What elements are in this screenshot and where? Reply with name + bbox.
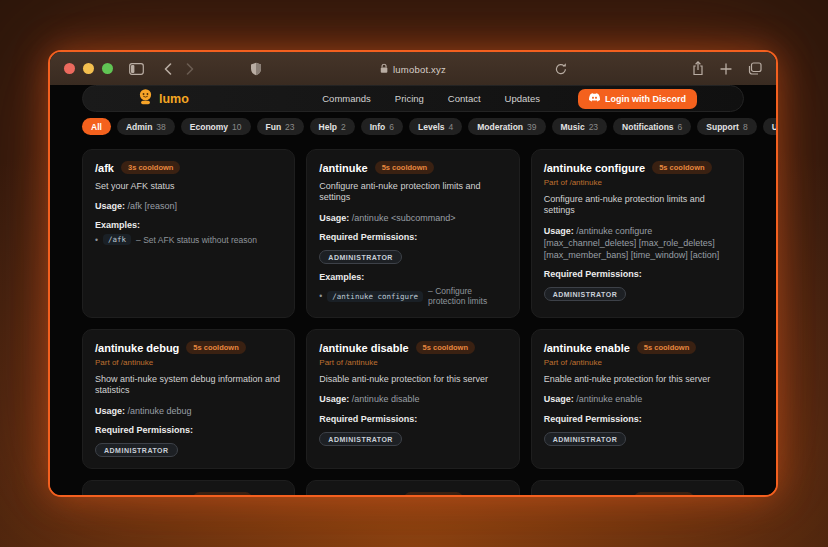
permission-badge: ADMINISTRATOR (95, 443, 178, 457)
sidebar-icon[interactable] (129, 63, 144, 75)
command-card: /antinuke enable 5s cooldown Part of /an… (531, 329, 744, 469)
filter-count: 8 (743, 122, 748, 132)
part-of-label: Part of /antinuke (544, 358, 731, 367)
example-item: • /afk – Set AFK status without reason (95, 234, 282, 245)
filter-label: Admin (126, 122, 152, 132)
usage-label: Usage: (319, 394, 349, 404)
back-icon[interactable] (164, 63, 172, 75)
filter-pill[interactable]: Levels 4 (409, 118, 462, 135)
required-permissions: Required Permissions: ADMINISTRATOR (319, 232, 506, 265)
command-name: /antinuke debug (95, 342, 179, 354)
filter-count: 4 (449, 122, 454, 132)
permissions-label: Required Permissions: (95, 425, 282, 435)
command-card: /antinuke status 5s cooldown Part of /an… (531, 480, 744, 495)
example-code: /afk (103, 234, 131, 245)
required-permissions: Required Permissions: ADMINISTRATOR (319, 414, 506, 447)
command-card-header: /antinuke enable 5s cooldown (544, 341, 731, 354)
lumo-mascot-icon (137, 88, 154, 109)
filter-count: 23 (589, 122, 598, 132)
command-card-header: /antinuke disable 5s cooldown (319, 341, 506, 354)
command-card: /antinuke 5s cooldown Configure anti-nuk… (306, 149, 519, 318)
login-with-discord-button[interactable]: Login with Discord (578, 89, 697, 109)
usage-value: /antinuke disable (352, 394, 420, 404)
forward-icon[interactable] (186, 63, 194, 75)
permission-badge: ADMINISTRATOR (544, 432, 627, 446)
filter-pill[interactable]: Help 2 (310, 118, 355, 135)
part-of-label: Part of /antinuke (544, 178, 731, 187)
command-card-header: /antinuke status 5s cooldown (544, 492, 731, 495)
filter-label: Help (319, 122, 337, 132)
permissions-label: Required Permissions: (319, 414, 506, 424)
window-controls (64, 63, 113, 74)
discord-icon (589, 93, 600, 104)
permission-badge: ADMINISTRATOR (544, 287, 627, 301)
nav-link-contact[interactable]: Contact (448, 93, 481, 104)
filter-pill[interactable]: Notifications 6 (613, 118, 691, 135)
reload-icon[interactable] (555, 62, 567, 75)
usage-value: /afk [reason] (128, 201, 178, 211)
brand[interactable]: lumo (137, 88, 189, 109)
command-usage: Usage: /antinuke enable (544, 393, 731, 405)
filter-pill[interactable]: Support 8 (697, 118, 756, 135)
command-name: /antinuke (319, 162, 367, 174)
filter-count: 38 (156, 122, 165, 132)
command-name: /antinuke enable (544, 342, 630, 354)
filter-pill[interactable]: Utility 43 (763, 118, 776, 135)
address-bar[interactable]: lumobot.xyz (380, 63, 446, 74)
filter-label: Notifications (622, 122, 673, 132)
permission-badge: ADMINISTRATOR (319, 250, 402, 264)
usage-label: Usage: (544, 226, 574, 236)
command-card: /antinuke disable 5s cooldown Part of /a… (306, 329, 519, 469)
filter-count: 6 (678, 122, 683, 132)
filter-label: Music (561, 122, 585, 132)
required-permissions: Required Permissions: ADMINISTRATOR (544, 414, 731, 447)
nav-link-updates[interactable]: Updates (505, 93, 540, 104)
filter-pill[interactable]: Music 23 (552, 118, 608, 135)
usage-value: /antinuke enable (576, 394, 642, 404)
filter-count: 2 (341, 122, 346, 132)
url-text: lumobot.xyz (393, 63, 446, 74)
command-card: /antinuke configure 5s cooldown Part of … (531, 149, 744, 318)
shield-icon[interactable] (250, 62, 262, 76)
command-description: Set your AFK status (95, 181, 282, 192)
filter-pill[interactable]: Moderation 39 (468, 118, 545, 135)
filter-pill[interactable]: All (82, 118, 111, 135)
filter-label: Support (706, 122, 739, 132)
filter-bar: All Admin 38 Economy 10 Fun 23 Help 2 In… (82, 118, 744, 135)
page-content: lumo Commands Pricing Contact Updates Lo… (50, 85, 776, 495)
filter-pill[interactable]: Admin 38 (117, 118, 175, 135)
filter-count: 23 (285, 122, 294, 132)
filter-count: 39 (527, 122, 536, 132)
permissions-label: Required Permissions: (319, 232, 506, 242)
command-name: /antinuke disable (319, 342, 408, 354)
filter-pill[interactable]: Economy 10 (181, 118, 251, 135)
command-card-header: /antinuke logging 5s cooldown (95, 492, 282, 495)
filter-pill[interactable]: Info 6 (361, 118, 403, 135)
zoom-window-button[interactable] (102, 63, 113, 74)
close-window-button[interactable] (64, 63, 75, 74)
nav-link-pricing[interactable]: Pricing (395, 93, 424, 104)
command-usage: Usage: /antinuke configure [max_channel_… (544, 225, 731, 261)
usage-label: Usage: (95, 406, 125, 416)
cooldown-badge: 5s cooldown (186, 341, 245, 354)
nav-link-commands[interactable]: Commands (322, 93, 371, 104)
tab-overview-icon[interactable] (748, 62, 762, 75)
lock-icon (380, 64, 388, 74)
command-description: Show anti-nuke system debug information … (95, 374, 282, 397)
filter-label: Moderation (477, 122, 523, 132)
cooldown-badge: 3s cooldown (121, 161, 180, 174)
share-icon[interactable] (692, 61, 704, 76)
new-tab-icon[interactable] (720, 63, 732, 75)
required-permissions: Required Permissions: ADMINISTRATOR (544, 269, 731, 302)
command-description: Enable anti-nuke protection for this ser… (544, 374, 731, 385)
minimize-window-button[interactable] (83, 63, 94, 74)
titlebar-right-actions (692, 61, 762, 76)
examples-label: Examples: (95, 220, 282, 230)
browser-titlebar: lumobot.xyz (50, 52, 776, 85)
browser-window: lumobot.xyz lumo C (48, 50, 778, 497)
command-card-header: /antinuke debug 5s cooldown (95, 341, 282, 354)
filter-pill[interactable]: Fun 23 (257, 118, 304, 135)
command-card: /antinuke logging 5s cooldown Part of /a… (82, 480, 295, 495)
permission-badge: ADMINISTRATOR (319, 432, 402, 446)
nav-links: Commands Pricing Contact Updates Login w… (322, 89, 697, 109)
